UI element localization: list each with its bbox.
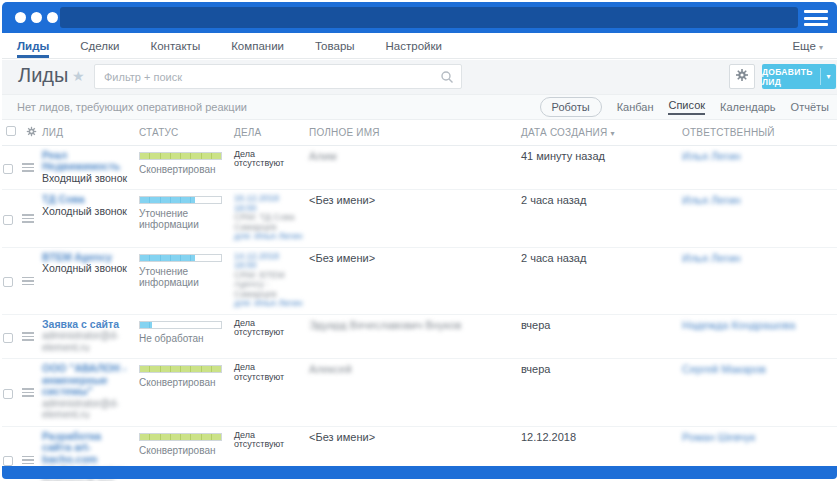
lead-link[interactable]: Реал Недвижимость bbox=[42, 150, 133, 173]
row-menu-icon[interactable] bbox=[22, 454, 34, 467]
status-label: Сконвертирован bbox=[139, 445, 228, 456]
created-date: 41 минуту назад bbox=[521, 150, 676, 162]
status-progress-bar bbox=[139, 433, 222, 441]
activity-line: Дела отсутствуют bbox=[234, 431, 303, 450]
lead-subtext: administrator@d-element.ru bbox=[42, 398, 133, 421]
nav-item-settings[interactable]: Настройки bbox=[386, 33, 442, 58]
table-row: ТД СоваХолодный звонокУточнение информац… bbox=[2, 190, 837, 248]
row-menu-icon[interactable] bbox=[22, 330, 34, 343]
column-header-created[interactable]: ДАТА СОЗДАНИЯ▾ bbox=[521, 120, 682, 145]
main-nav: Лиды Сделки Контакты Компании Товары Нас… bbox=[2, 33, 837, 59]
lead-link[interactable]: BTEM Agency bbox=[42, 252, 133, 264]
lead-subtext: Холодный звонок bbox=[42, 206, 133, 218]
row-menu-icon[interactable] bbox=[22, 212, 34, 225]
nav-more-button[interactable]: Еще ▾ bbox=[792, 40, 823, 52]
nav-item-deals[interactable]: Сделки bbox=[80, 33, 119, 58]
created-date: 2 часа назад bbox=[521, 194, 676, 206]
activity-line: Дела отсутствуют bbox=[234, 150, 303, 169]
full-name: <Без имени> bbox=[309, 431, 515, 443]
page-title: Лиды bbox=[18, 64, 68, 87]
column-settings-gear-icon[interactable] bbox=[26, 128, 37, 139]
lead-link[interactable]: Заявка с сайта bbox=[42, 319, 133, 331]
column-header-responsible[interactable]: ОТВЕТСТВЕННЫЙ bbox=[682, 120, 837, 145]
counter-message: Нет лидов, требующих оперативной реакции bbox=[17, 101, 247, 113]
created-date: вчера bbox=[521, 363, 676, 375]
status-label: Сконвертирован bbox=[139, 164, 228, 175]
hamburger-menu-icon[interactable] bbox=[804, 10, 828, 26]
nav-item-companies[interactable]: Компании bbox=[231, 33, 284, 58]
favorite-star-icon[interactable]: ★ bbox=[72, 68, 85, 84]
row-checkbox[interactable] bbox=[3, 164, 13, 174]
full-name: Эдуард Вячеславович Внуков bbox=[309, 319, 515, 331]
full-name: Алексей bbox=[309, 363, 515, 375]
row-menu-icon[interactable] bbox=[22, 161, 34, 174]
status-progress-bar bbox=[139, 254, 222, 262]
leads-table: ЛИД СТАТУС ДЕЛА ПОЛНОЕ ИМЯ ДАТА СОЗДАНИЯ… bbox=[2, 120, 837, 481]
responsible-link[interactable]: Роман Шевчук bbox=[682, 431, 831, 443]
lead-link[interactable]: Разработка сайта art-bacho.com bbox=[42, 431, 133, 466]
row-checkbox[interactable] bbox=[3, 215, 13, 225]
bottom-bar bbox=[2, 466, 837, 479]
full-name: <Без имени> bbox=[309, 252, 515, 264]
lead-subtext: Входящий звонок bbox=[42, 173, 133, 185]
row-menu-icon[interactable] bbox=[22, 386, 34, 399]
filter-search-input[interactable] bbox=[95, 65, 461, 88]
app-window: Лиды Сделки Контакты Компании Товары Нас… bbox=[0, 0, 839, 481]
column-header-activity[interactable]: ДЕЛА bbox=[234, 120, 309, 145]
column-header-status[interactable]: СТАТУС bbox=[139, 120, 234, 145]
full-name: <Без имени> bbox=[309, 194, 515, 206]
lead-subtext: administrator@d-element.ru bbox=[42, 330, 133, 353]
search-icon[interactable] bbox=[440, 70, 454, 88]
row-menu-icon[interactable] bbox=[22, 275, 34, 288]
gear-icon bbox=[735, 68, 749, 86]
status-label: Уточнение информации bbox=[139, 266, 228, 288]
row-checkbox[interactable] bbox=[3, 333, 13, 343]
status-label: Уточнение информации bbox=[139, 208, 228, 230]
nav-item-leads[interactable]: Лиды bbox=[17, 33, 49, 58]
sort-down-icon: ▾ bbox=[610, 129, 614, 138]
status-strip: Нет лидов, требующих оперативной реакции… bbox=[2, 94, 837, 120]
nav-item-products[interactable]: Товары bbox=[315, 33, 355, 58]
lead-link[interactable]: ТД Сова bbox=[42, 194, 133, 206]
table-body: Реал НедвижимостьВходящий звонокСконверт… bbox=[2, 145, 837, 481]
chevron-down-icon[interactable]: ▾ bbox=[821, 64, 836, 89]
row-checkbox[interactable] bbox=[3, 456, 13, 466]
created-date: 12.12.2018 bbox=[521, 431, 676, 443]
activity-line: Дела отсутствуют bbox=[234, 363, 303, 382]
activity-line[interactable]: для: Илья Легин bbox=[234, 232, 303, 242]
logo-dots-icon bbox=[15, 12, 58, 23]
activity-line[interactable]: 16.12.2018 18:00 bbox=[234, 194, 303, 213]
responsible-link[interactable]: Илья Легин bbox=[682, 150, 831, 162]
responsible-link[interactable]: Илья Легин bbox=[682, 194, 831, 206]
activity-line[interactable]: 14.12.2018 18:00 bbox=[234, 252, 303, 271]
view-switcher: Роботы Канбан Список Календарь Отчёты bbox=[540, 97, 829, 117]
global-search-bar[interactable] bbox=[60, 7, 798, 28]
view-reports[interactable]: Отчёты bbox=[791, 101, 829, 113]
activity-line: Дела отсутствуют bbox=[234, 319, 303, 338]
responsible-link[interactable]: Надежда Кондрашова bbox=[682, 319, 831, 331]
status-progress-bar bbox=[139, 152, 222, 160]
responsible-link[interactable]: Сергей Макаров bbox=[682, 363, 831, 375]
row-checkbox[interactable] bbox=[3, 277, 13, 287]
created-date: 2 часа назад bbox=[521, 252, 676, 264]
column-header-lead[interactable]: ЛИД bbox=[42, 120, 139, 145]
view-kanban[interactable]: Канбан bbox=[617, 101, 654, 113]
nav-item-contacts[interactable]: Контакты bbox=[150, 33, 200, 58]
table-row: BTEM AgencyХолодный звонокУточнение инфо… bbox=[2, 247, 837, 314]
add-lead-button[interactable]: ДОБАВИТЬ ЛИД ▾ bbox=[762, 64, 836, 89]
column-header-fullname[interactable]: ПОЛНОЕ ИМЯ bbox=[309, 120, 521, 145]
status-label: Не обработан bbox=[139, 333, 228, 344]
view-robots[interactable]: Роботы bbox=[540, 97, 602, 117]
lead-link[interactable]: ООО "АВАЛОН - инженерные системы" bbox=[42, 363, 133, 398]
filter-search-box bbox=[94, 64, 462, 89]
table-row: ООО "АВАЛОН - инженерные системы"adminis… bbox=[2, 359, 837, 427]
select-all-checkbox[interactable] bbox=[6, 126, 16, 136]
activity-line[interactable]: для: Илья Легин bbox=[234, 299, 303, 309]
status-label: Сконвертирован bbox=[139, 377, 228, 388]
responsible-link[interactable]: Илья Легин bbox=[682, 252, 831, 264]
row-checkbox[interactable] bbox=[3, 389, 13, 399]
created-date: вчера bbox=[521, 319, 676, 331]
view-list[interactable]: Список bbox=[668, 99, 705, 115]
view-calendar[interactable]: Календарь bbox=[720, 101, 776, 113]
settings-gear-button[interactable] bbox=[729, 64, 755, 89]
